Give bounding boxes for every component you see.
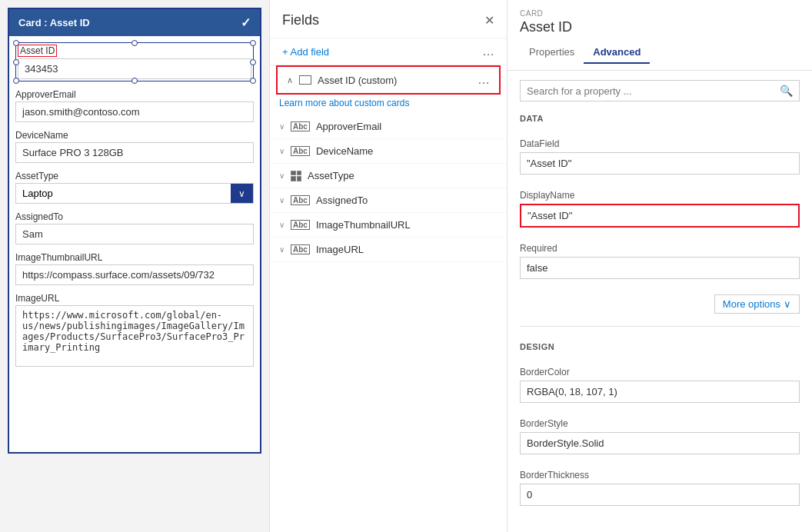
borderstyle-label: BorderStyle xyxy=(520,418,800,429)
handle-bc xyxy=(131,78,138,84)
datafield-group: DataField "Asset ID" xyxy=(520,138,800,175)
borderstyle-group: BorderStyle BorderStyle.Solid xyxy=(520,418,800,454)
card-body: Asset ID ApproverEmail DeviceName AssetT… xyxy=(9,36,260,380)
asset-type-label: AssetType xyxy=(15,171,254,181)
fields-header: Fields ✕ xyxy=(270,0,507,38)
chevron-right-icon: ∨ xyxy=(279,122,285,131)
more-options-chevron-icon: ∨ xyxy=(784,298,791,310)
thumbnail-url-label: ImageThumbnailURL xyxy=(15,252,254,263)
thumbnail-url-field-item[interactable]: ∨ Abc ImageThumbnailURL xyxy=(270,213,507,238)
asset-id-field-group: Asset ID xyxy=(15,42,254,81)
card-header: Card : Asset ID ✓ xyxy=(9,9,260,36)
right-panel-header: CARD Asset ID Properties Advanced xyxy=(508,0,812,71)
chevron-right-icon-2: ∨ xyxy=(279,147,285,155)
asset-type-select[interactable]: Laptop ∨ xyxy=(15,183,254,204)
borderstyle-value[interactable]: BorderStyle.Solid xyxy=(520,432,800,454)
bordercolor-value[interactable]: RGBA(0, 18, 107, 1) xyxy=(520,381,800,403)
left-panel: Card : Asset ID ✓ Asset ID xyxy=(0,0,269,532)
asset-type-field-item[interactable]: ∨ AssetType xyxy=(270,164,507,188)
device-name-label: DeviceName xyxy=(15,130,254,141)
device-name-field-label: DeviceName xyxy=(316,145,373,157)
assigned-to-field-label: AssignedTo xyxy=(316,195,368,206)
abc-icon-3: Abc xyxy=(291,195,310,205)
check-icon: ✓ xyxy=(241,15,251,30)
asset-id-label-text: Asset ID xyxy=(18,45,57,57)
image-url-label: ImageURL xyxy=(15,293,254,304)
displayname-label: DisplayName xyxy=(520,190,800,201)
close-button[interactable]: ✕ xyxy=(484,13,494,28)
asset-id-custom-label: Asset ID (custom) xyxy=(318,75,397,86)
image-url-field-label: ImageURL xyxy=(316,244,364,255)
card-header-title: Card : Asset ID xyxy=(18,17,90,28)
more-options-button[interactable]: More options ∨ xyxy=(714,294,800,314)
handle-tc xyxy=(131,40,138,46)
add-field-button[interactable]: + Add field xyxy=(282,46,329,58)
image-url-group: ImageURL https://www.microsoft.com/globa… xyxy=(15,293,254,369)
right-panel-title: Asset ID xyxy=(520,19,800,35)
right-panel: CARD Asset ID Properties Advanced 🔍 DATA… xyxy=(508,0,812,532)
asset-id-selected-wrapper[interactable]: Asset ID xyxy=(15,42,254,81)
abc-icon-5: Abc xyxy=(291,244,310,254)
assigned-to-field-item[interactable]: ∨ Abc AssignedTo xyxy=(270,188,507,213)
image-url-textarea[interactable]: https://www.microsoft.com/global/en-us/n… xyxy=(15,305,254,367)
asset-id-custom-field-selected[interactable]: ∧ Asset ID (custom) … xyxy=(276,65,501,95)
chevron-right-icon-6: ∨ xyxy=(279,245,285,254)
handle-mr xyxy=(250,59,256,65)
handle-br xyxy=(250,78,256,84)
more-options-container: More options ∨ xyxy=(520,294,800,314)
approver-email-group: ApproverEmail xyxy=(15,89,254,122)
asset-type-field-label: AssetType xyxy=(308,170,354,181)
assigned-to-group: AssignedTo xyxy=(15,211,254,244)
device-name-field-item[interactable]: ∨ Abc DeviceName xyxy=(270,139,507,164)
field-dots-icon[interactable]: … xyxy=(478,73,490,87)
borderthickness-value[interactable]: 0 xyxy=(520,484,800,506)
property-search-input[interactable] xyxy=(527,85,775,97)
add-field-row: + Add field … xyxy=(270,38,507,65)
tab-advanced[interactable]: Advanced xyxy=(584,42,650,64)
more-dots-icon[interactable]: … xyxy=(482,45,494,58)
grid-icon xyxy=(291,171,301,181)
approver-email-label: ApproverEmail xyxy=(15,89,254,100)
datafield-label: DataField xyxy=(520,138,800,149)
handle-ml xyxy=(13,59,19,65)
card-container: Card : Asset ID ✓ Asset ID xyxy=(8,8,261,454)
data-section-label: DATA xyxy=(520,114,800,123)
tab-properties[interactable]: Properties xyxy=(520,42,584,64)
asset-id-label: Asset ID xyxy=(18,45,251,58)
search-icon: 🔍 xyxy=(780,85,793,97)
thumbnail-url-input[interactable] xyxy=(15,264,254,285)
device-name-input[interactable] xyxy=(15,142,254,163)
datafield-value[interactable]: "Asset ID" xyxy=(520,152,800,175)
rect-icon xyxy=(299,75,311,85)
image-url-field-item[interactable]: ∨ Abc ImageURL xyxy=(270,238,507,262)
card-label: CARD xyxy=(520,9,800,18)
approver-email-field-item[interactable]: ∨ Abc ApproverEmail xyxy=(270,115,507,139)
abc-icon: Abc xyxy=(291,121,310,131)
assigned-to-input[interactable] xyxy=(15,224,254,244)
asset-id-custom-left: ∧ Asset ID (custom) xyxy=(287,75,397,86)
required-value[interactable]: false xyxy=(520,257,800,279)
chevron-down-icon: ∨ xyxy=(231,184,253,203)
approver-email-input[interactable] xyxy=(15,101,254,122)
more-options-label: More options xyxy=(723,298,780,310)
required-group: Required false xyxy=(520,243,800,279)
displayname-value[interactable]: "Asset ID" xyxy=(520,204,800,228)
borderthickness-label: BorderThickness xyxy=(520,470,800,480)
asset-id-input[interactable] xyxy=(18,58,251,79)
handle-bl xyxy=(13,78,19,84)
borderthickness-group: BorderThickness 0 xyxy=(520,470,800,506)
device-name-group: DeviceName xyxy=(15,130,254,163)
chevron-right-icon-4: ∨ xyxy=(279,196,285,204)
learn-more-link[interactable]: Learn more about custom cards xyxy=(270,95,507,115)
chevron-right-icon-5: ∨ xyxy=(279,221,285,229)
tabs-row: Properties Advanced xyxy=(520,42,800,64)
bordercolor-group: BorderColor RGBA(0, 18, 107, 1) xyxy=(520,367,800,403)
thumbnail-url-field-label: ImageThumbnailURL xyxy=(316,219,411,231)
thumbnail-url-group: ImageThumbnailURL xyxy=(15,252,254,285)
assigned-to-label: AssignedTo xyxy=(15,211,254,222)
design-section-label: DESIGN xyxy=(520,342,800,351)
abc-icon-2: Abc xyxy=(291,146,310,156)
handle-tl xyxy=(13,40,19,46)
collapse-chevron-icon: ∧ xyxy=(287,75,293,85)
divider xyxy=(520,326,800,327)
